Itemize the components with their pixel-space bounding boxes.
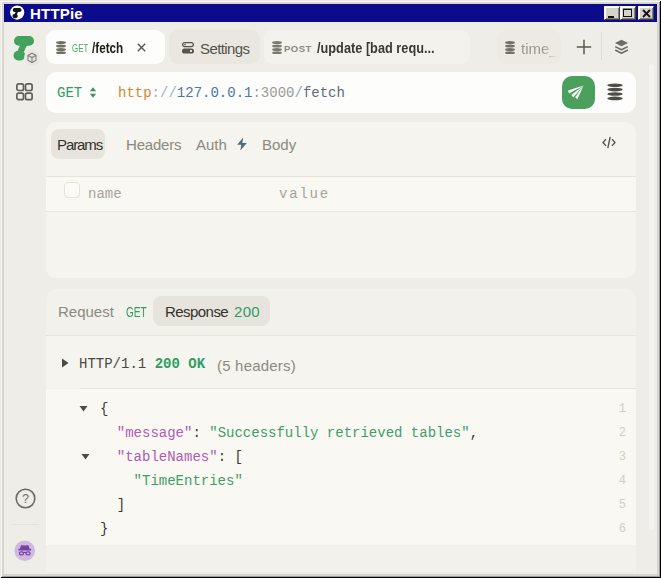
svg-text:?: ? — [22, 492, 29, 506]
